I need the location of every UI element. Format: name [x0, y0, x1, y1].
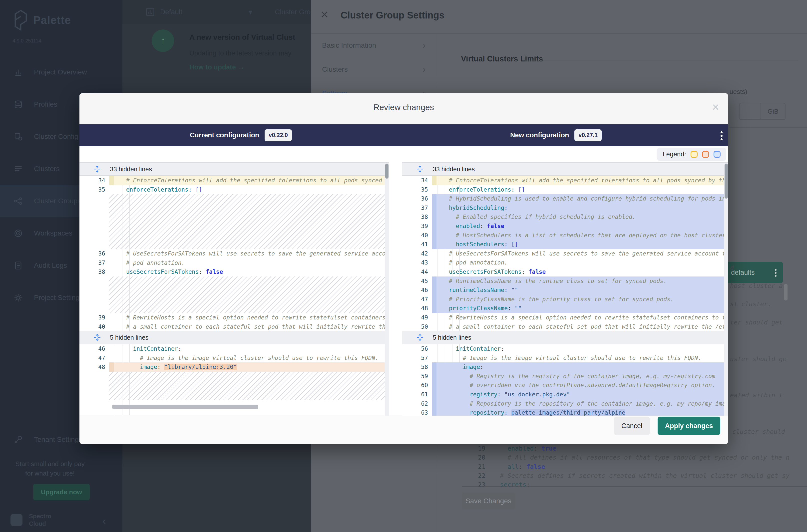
breadcrumb: Cluster Gro: [275, 8, 311, 16]
hidden-lines-row[interactable]: 5 hidden lines: [402, 331, 728, 344]
code-line-38: 38 useSecretsForSATokens: false: [79, 267, 389, 277]
background-code-line-22: 22 # Secrets defines if secrets created …: [462, 472, 805, 481]
unfold-lines-icon: [93, 165, 101, 173]
code-text: priorityClassName: "": [436, 304, 728, 313]
code-text: # HybridScheduling is used to enable and…: [436, 194, 728, 203]
hidden-lines-row[interactable]: 33 hidden lines: [79, 163, 389, 176]
drawer-close-icon[interactable]: ×: [321, 7, 329, 21]
sidebar-collapse-chevron[interactable]: ‹: [102, 515, 106, 527]
sidebar-item-project-overview[interactable]: Project Overview: [0, 56, 123, 88]
current-configuration-label: Current configuration: [190, 131, 259, 139]
upgrade-promo-text: Start small and only pay for what you us…: [0, 459, 100, 478]
chevron-down-icon[interactable]: ▾: [249, 7, 252, 16]
code-line-37: 37 # pod annotation.: [79, 258, 389, 267]
left-panel-scrollbar-thumb[interactable]: [385, 164, 389, 178]
code-line-61: 61 registry: "us-docker.pkg.dev": [402, 390, 728, 399]
code-line-48: 48 priorityClassName: "": [402, 304, 728, 313]
line-number: 46: [79, 344, 109, 354]
promo-line-1: Start small and only pay: [0, 459, 100, 469]
sidebar-item-label: Cluster Config: [34, 133, 78, 140]
legend-removed-swatch: [702, 151, 709, 158]
background-text-fragment: eated within t: [730, 392, 783, 399]
project-selector[interactable]: Default: [145, 6, 182, 18]
chevron-right-icon: ›: [423, 64, 426, 75]
code-text: useSecretsForSATokens: false: [436, 267, 728, 277]
hidden-lines-row[interactable]: 5 hidden lines: [79, 331, 389, 344]
memory-limit-value[interactable]: [739, 103, 761, 119]
code-line-44: 44 useSecretsForSATokens: false: [402, 267, 728, 277]
hidden-lines-label: 33 hidden lines: [433, 166, 475, 173]
restore-defaults-button[interactable]: defaults: [727, 262, 783, 283]
sidebar-item-label: Workspaces: [34, 229, 73, 237]
code-line-62: 62 # Repository is the repository of the…: [402, 399, 728, 408]
code-text: # EnforceTolerations will add the specif…: [114, 176, 389, 185]
line-number: 59: [402, 372, 432, 381]
new-configuration-label: New configuration: [510, 131, 569, 139]
drawer-nav-basic-information[interactable]: Basic Information›: [311, 34, 437, 57]
modal-footer: Cancel Apply changes: [79, 415, 728, 444]
code-line-59: 59 # Registry is the registry of the con…: [402, 372, 728, 381]
code-text: # RewriteHosts is a special option neede…: [436, 313, 728, 322]
memory-limit-input[interactable]: GiB: [739, 103, 786, 120]
code-line-35: 35 enforceTolerations: []: [402, 185, 728, 194]
apply-changes-button[interactable]: Apply changes: [658, 417, 720, 435]
code-text: enabled: false: [436, 222, 728, 231]
right-panel-scrollbar-track: [724, 163, 728, 416]
upgrade-now-button[interactable]: Upgrade now: [33, 484, 90, 500]
line-number: 62: [402, 399, 432, 408]
diff-options-kebab-icon[interactable]: [720, 130, 722, 142]
code-text: hostSchedulers: []: [436, 240, 728, 249]
code-text: image: "library/alpine:3.20": [114, 362, 389, 372]
collapsed-region-hatch: [109, 194, 389, 249]
code-text: # Enabled specifies if hybrid scheduling…: [436, 212, 728, 222]
code-text: # a small container to each stateful set…: [436, 322, 728, 331]
drawer-title: Cluster Group Settings: [340, 10, 445, 21]
code-line-58: 58 image:: [402, 362, 728, 372]
line-number: 56: [402, 344, 432, 354]
right-panel-scrollbar-thumb[interactable]: [725, 164, 728, 198]
line-number: 63: [402, 408, 432, 416]
hidden-lines-label: 5 hidden lines: [110, 334, 148, 341]
modal-title: Review changes: [79, 103, 728, 112]
line-number: 47: [402, 295, 432, 304]
defaults-kebab-icon[interactable]: [775, 268, 776, 278]
app-version: 4.9.0-251114: [13, 38, 41, 44]
code-line-46: 46 initContainer:: [79, 344, 389, 354]
code-line-49: 49 # RewriteHosts is a special option ne…: [402, 313, 728, 322]
line-number: 40: [402, 231, 432, 240]
code-line-47: 47 # PriorityClassName is the priority c…: [402, 295, 728, 304]
line-number: 40: [79, 322, 109, 331]
line-number: 45: [402, 277, 432, 286]
line-number: 36: [79, 249, 109, 258]
code-text: initContainer:: [114, 344, 389, 354]
save-changes-button[interactable]: Save Changes: [462, 493, 515, 510]
promo-line-2: for what you use!: [0, 469, 100, 478]
left-panel-hscrollbar-thumb[interactable]: [112, 405, 258, 409]
editor-bottom-divider: [462, 486, 807, 487]
code-text: # pod annotation.: [436, 258, 728, 267]
line-number: 35: [79, 185, 109, 194]
collapsed-region-hatch: [109, 372, 389, 400]
audit-logs-icon: [14, 261, 23, 270]
legend-row: Legend:: [79, 146, 728, 162]
code-text: # overridden via the controlPlane.advanc…: [436, 381, 728, 390]
memory-unit-label: GiB: [761, 103, 785, 119]
modal-close-icon[interactable]: ×: [712, 100, 719, 114]
cancel-button[interactable]: Cancel: [614, 417, 650, 435]
drawer-nav-clusters[interactable]: Clusters›: [311, 57, 437, 81]
sidebar-item-label: Project Settings: [34, 294, 83, 302]
code-line-35: 35 enforceTolerations: []: [79, 185, 389, 194]
chevron-right-icon: ›: [423, 40, 426, 51]
line-number: 34: [402, 176, 432, 185]
cluster-groups-icon: [14, 196, 23, 206]
code-line-47: 47 # Image is the image virtual cluster …: [79, 354, 389, 363]
hidden-lines-row[interactable]: 33 hidden lines: [402, 163, 728, 176]
drawer-nav-label: Clusters: [322, 65, 348, 73]
review-changes-modal: Review changes × Current configuration v…: [79, 93, 728, 444]
line-number: 46: [402, 285, 432, 295]
how-to-update-link[interactable]: How to update →: [189, 63, 244, 71]
project-chip-icon: [145, 6, 156, 18]
code-line-56: 56 initContainer:: [402, 344, 728, 354]
code-text: # UseSecretsForSATokens will use secrets…: [114, 249, 389, 258]
editor-scrollbar-fragment[interactable]: [784, 284, 788, 301]
